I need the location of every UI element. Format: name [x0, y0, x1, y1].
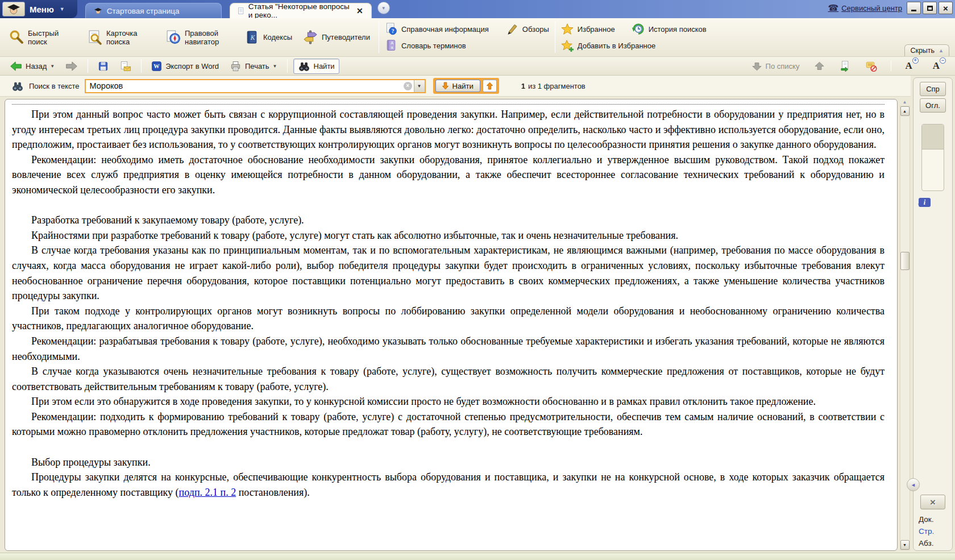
restore-button[interactable] [923, 2, 937, 14]
save-button[interactable] [94, 59, 113, 73]
scroll-down-button[interactable]: ▼ [900, 540, 910, 550]
by-list-up-button[interactable] [810, 60, 829, 73]
font-increase-button[interactable]: A+ [901, 59, 921, 73]
back-button[interactable]: Назад ▼ [6, 59, 59, 73]
collapse-panel-button[interactable]: ◄ [907, 478, 920, 491]
service-center-link[interactable]: ☎ Сервисный центр [828, 3, 903, 13]
add-favorite-button[interactable]: Добавить в Избранное [559, 39, 658, 52]
back-arrow-icon [10, 61, 22, 72]
minimize-button[interactable] [907, 2, 921, 14]
tab-document-label: Статья "Некоторые вопросы и реко... [248, 2, 352, 19]
nav-doc-label[interactable]: Док. [919, 515, 933, 524]
contents-tab-button[interactable]: Огл. [920, 98, 946, 113]
dictionary-button[interactable]: А я Словарь терминов [383, 39, 468, 52]
main-menu-button[interactable]: Меню ▼ [0, 0, 77, 18]
search-card-icon [87, 30, 102, 45]
scroll-track[interactable] [900, 116, 910, 540]
forward-arrow-icon [65, 61, 78, 72]
phone-icon: ☎ [828, 3, 839, 13]
print-dropdown-icon[interactable]: ▼ [273, 64, 277, 69]
quick-search-icon [9, 30, 24, 45]
document-link[interactable]: подп. 2.1 п. 2 [179, 487, 236, 498]
panel-scrollbar[interactable] [921, 124, 944, 191]
font-decrease-button[interactable]: A− [929, 59, 949, 73]
main-toolbar: Быстрый поиск Карточка поиска Правовой н… [0, 18, 955, 57]
search-result-counter: 1из 1 фрагментов [521, 82, 586, 90]
scroll-thumb[interactable] [900, 252, 910, 270]
mail-document-icon [119, 61, 131, 72]
tab-close-icon[interactable]: ✕ [356, 7, 363, 15]
nav-paragraph-label[interactable]: Абз. [919, 539, 933, 547]
toolbar-separator [141, 59, 142, 73]
tab-document[interactable]: Статья "Некоторые вопросы и реко... ✕ [230, 3, 372, 18]
tab-start-page[interactable]: Стартовая страница [85, 3, 222, 18]
hide-comments-button[interactable] [862, 59, 881, 73]
guides-icon [302, 30, 318, 45]
splitter-collapse-icon[interactable]: ▲ [903, 99, 907, 106]
search-input[interactable] [86, 80, 404, 92]
document-paragraph: Рекомендации: разрабатывая требования к … [12, 334, 885, 364]
restore-icon [927, 6, 933, 11]
send-mail-button[interactable] [115, 59, 135, 73]
reference-info-icon: ? [385, 23, 397, 35]
reviews-button[interactable]: Обзоры [504, 22, 551, 36]
find-next-button[interactable]: Найти [435, 80, 480, 92]
search-card-button[interactable]: Карточка поиска [82, 27, 160, 48]
print-button[interactable]: Печать ▼ [226, 59, 281, 73]
legal-navigator-button[interactable]: Правовой навигатор [160, 27, 239, 48]
document-paragraph: При этом если это обнаружится в ходе про… [12, 394, 885, 409]
codes-button[interactable]: К Кодексы [239, 28, 297, 47]
panel-scroll-thumb[interactable] [922, 125, 944, 150]
nav-page-label[interactable]: Стр. [919, 527, 934, 536]
menu-label: Меню [30, 5, 54, 14]
tab-list-dropdown-button[interactable]: ▼ [377, 2, 390, 14]
by-list-down-button[interactable]: По списку [748, 60, 804, 73]
clear-search-icon[interactable]: × [404, 82, 412, 90]
save-icon [98, 61, 109, 72]
document-paragraph: В случае когда требования указаны как по… [12, 243, 885, 303]
reference-tab-button[interactable]: Спр [920, 82, 946, 96]
close-panel-button[interactable]: × [920, 495, 945, 509]
add-favorite-icon [561, 39, 574, 52]
close-button[interactable]: × [939, 2, 953, 14]
find-button[interactable]: Найти [293, 59, 339, 74]
font-plus-icon: A+ [905, 60, 917, 72]
menu-caret-icon: ▼ [60, 6, 65, 12]
svg-text:К: К [250, 34, 256, 41]
document-transfer-button[interactable] [836, 59, 855, 73]
title-bar: Меню ▼ Стартовая страница Статья "Некото… [0, 0, 955, 18]
document-top-marker [12, 104, 885, 105]
toolbar-separator [555, 22, 555, 53]
scroll-up-button[interactable]: ▲ [900, 106, 910, 116]
reference-info-button[interactable]: ? Справочная информация [383, 22, 491, 36]
list-down-arrow-icon [751, 61, 762, 71]
quick-search-button[interactable]: Быстрый поиск [3, 27, 82, 48]
favorites-button[interactable]: Избранное [559, 22, 617, 36]
hide-arrow-icon: ▲ [939, 48, 944, 53]
guides-button[interactable]: Путеводители [297, 28, 375, 47]
hide-toolbar-button[interactable]: Скрыть ▲ [904, 44, 949, 56]
search-input-wrap: × ▼ [85, 79, 426, 93]
dictionary-icon: А я [385, 39, 397, 52]
find-down-arrow-icon [442, 82, 449, 90]
favorites-star-icon [561, 23, 574, 35]
svg-text:А: А [391, 41, 393, 45]
document-transfer-icon [840, 61, 851, 72]
document-paragraph: В случае когда указываются очень незначи… [12, 364, 885, 394]
toolbar-separator [287, 59, 288, 73]
forward-button[interactable] [61, 59, 82, 73]
svg-text:?: ? [392, 28, 395, 34]
document-paragraph: Выбор процедуры закупки. [12, 455, 885, 470]
list-up-arrow-icon [814, 61, 825, 71]
find-previous-button[interactable] [483, 80, 497, 92]
export-word-button[interactable]: W Экспорт в Word [147, 59, 223, 73]
search-history-button[interactable]: История поисков [630, 22, 709, 36]
search-history-dropdown[interactable]: ▼ [414, 80, 425, 92]
print-icon [230, 61, 242, 72]
search-in-text-bar: Поиск в тексте × ▼ Найти [0, 76, 911, 97]
back-dropdown-icon[interactable]: ▼ [50, 64, 55, 69]
info-bubble-icon[interactable]: i [919, 198, 931, 207]
find-up-arrow-icon [487, 82, 493, 90]
document-paragraph: Крайностями при разработке требований к … [12, 228, 885, 243]
document-text[interactable]: При этом данный вопрос часто может быть … [5, 99, 898, 551]
